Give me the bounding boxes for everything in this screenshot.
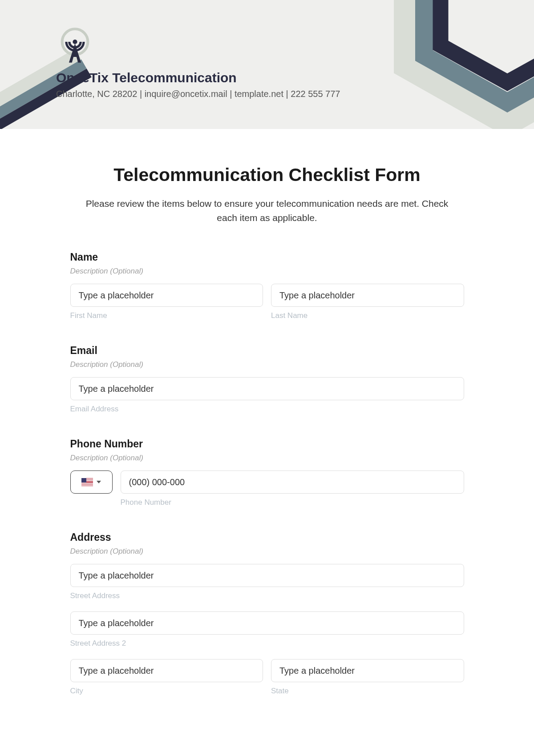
phone-description: Description (Optional): [70, 454, 464, 462]
phone-field-group: Phone Number Description (Optional) Phon…: [70, 438, 464, 507]
city-input[interactable]: [70, 659, 263, 682]
street-address-2-input[interactable]: [70, 611, 464, 635]
company-contact-info: Charlotte, NC 28202 | inquire@oncetix.ma…: [56, 89, 340, 99]
last-name-input[interactable]: [271, 284, 464, 307]
phone-input[interactable]: [121, 470, 464, 494]
street-address-2-sublabel: Street Address 2: [70, 639, 464, 648]
name-field-group: Name Description (Optional) First Name L…: [70, 251, 464, 320]
form-container: Telecommunication Checklist Form Please …: [61, 165, 473, 696]
last-name-sublabel: Last Name: [271, 311, 464, 320]
us-flag-icon: [81, 478, 93, 486]
email-description: Description (Optional): [70, 360, 464, 369]
city-sublabel: City: [70, 687, 263, 696]
form-title: Telecommunication Checklist Form: [70, 165, 464, 185]
street-address-sublabel: Street Address: [70, 591, 464, 600]
street-address-input[interactable]: [70, 564, 464, 587]
state-input[interactable]: [271, 659, 464, 682]
first-name-sublabel: First Name: [70, 311, 263, 320]
name-label: Name: [70, 251, 464, 263]
address-field-group: Address Description (Optional) Street Ad…: [70, 531, 464, 696]
address-label: Address: [70, 531, 464, 543]
email-sublabel: Email Address: [70, 405, 464, 414]
state-sublabel: State: [271, 687, 464, 696]
email-input[interactable]: [70, 377, 464, 400]
email-label: Email: [70, 345, 464, 357]
header-banner: OnceTix Telecommunication Charlotte, NC …: [0, 0, 534, 129]
country-code-select[interactable]: [70, 470, 113, 494]
company-logo-icon: [56, 27, 94, 64]
address-description: Description (Optional): [70, 547, 464, 556]
company-name: OnceTix Telecommunication: [56, 70, 340, 85]
chevron-down-icon: [97, 481, 101, 483]
form-subtitle: Please review the items below to ensure …: [70, 197, 464, 225]
phone-sublabel: Phone Number: [121, 498, 464, 507]
phone-label: Phone Number: [70, 438, 464, 450]
first-name-input[interactable]: [70, 284, 263, 307]
decorative-hexagon: [374, 0, 534, 129]
email-field-group: Email Description (Optional) Email Addre…: [70, 345, 464, 414]
name-description: Description (Optional): [70, 267, 464, 276]
